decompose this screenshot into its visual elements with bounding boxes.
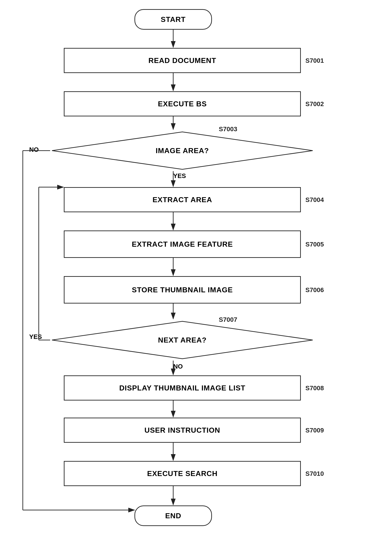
s7001-label: READ DOCUMENT <box>148 56 216 65</box>
s7009-node: USER INSTRUCTION <box>64 418 301 443</box>
s7008-label: DISPLAY THUMBNAIL IMAGE LIST <box>119 384 245 392</box>
s7005-label: EXTRACT IMAGE FEATURE <box>132 240 233 248</box>
s7006-step: S7006 <box>305 286 324 294</box>
s7003-label: IMAGE AREA? <box>156 147 209 155</box>
s7007-no-label: NO <box>173 363 183 370</box>
s7004-node: EXTRACT AREA <box>64 187 301 212</box>
s7007-yes-label: YES <box>29 333 42 340</box>
s7005-node: EXTRACT IMAGE FEATURE <box>64 230 301 258</box>
s7003-step: S7003 <box>219 125 237 133</box>
s7010-node: EXECUTE SEARCH <box>64 461 301 486</box>
s7008-step: S7008 <box>305 385 324 392</box>
s7010-step: S7010 <box>305 470 324 477</box>
s7004-step: S7004 <box>305 196 324 204</box>
s7001-step: S7001 <box>305 57 324 64</box>
s7007-label: NEXT AREA? <box>158 336 206 344</box>
s7001-node: READ DOCUMENT <box>64 48 301 73</box>
s7007-node: NEXT AREA? <box>50 319 314 361</box>
s7008-node: DISPLAY THUMBNAIL IMAGE LIST <box>64 375 301 400</box>
s7009-step: S7009 <box>305 427 324 434</box>
s7003-node: IMAGE AREA? <box>50 130 314 171</box>
start-label: START <box>161 15 186 24</box>
s7006-node: STORE THUMBNAIL IMAGE <box>64 276 301 304</box>
s7002-label: EXECUTE BS <box>158 100 207 108</box>
s7010-label: EXECUTE SEARCH <box>147 469 217 478</box>
s7004-label: EXTRACT AREA <box>153 195 212 204</box>
s7007-step: S7007 <box>219 316 237 323</box>
s7005-step: S7005 <box>305 241 324 248</box>
s7009-label: USER INSTRUCTION <box>145 426 220 434</box>
s7002-step: S7002 <box>305 100 324 108</box>
end-label: END <box>165 512 182 520</box>
s7006-label: STORE THUMBNAIL IMAGE <box>132 286 233 294</box>
end-node: END <box>135 505 212 526</box>
s7003-no-label: NO <box>29 146 39 153</box>
start-node: START <box>135 9 212 30</box>
flowchart: START READ DOCUMENT S7001 EXECUTE BS S70… <box>0 0 392 534</box>
s7003-yes-label: YES <box>173 172 186 180</box>
arrows <box>0 0 392 534</box>
s7002-node: EXECUTE BS <box>64 91 301 116</box>
